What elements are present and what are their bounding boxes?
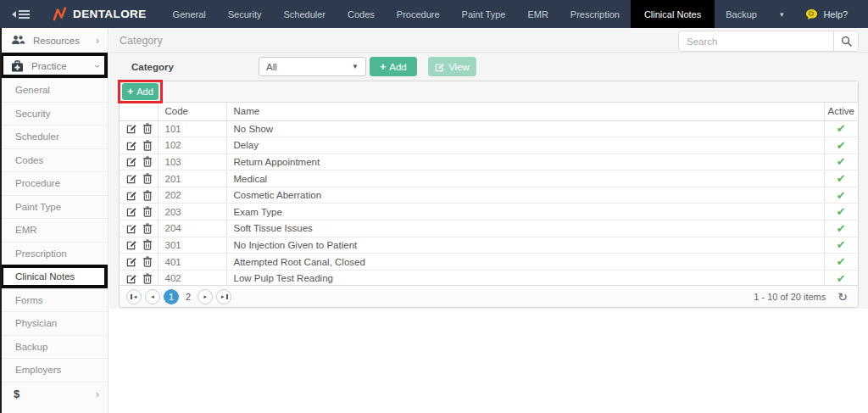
grid-add-label: Add — [136, 87, 153, 97]
row-actions — [120, 187, 158, 204]
pager-first-button[interactable]: ◄ — [126, 289, 142, 304]
cell-code: 301 — [158, 237, 226, 254]
nav-more-dropdown[interactable]: ▾ — [768, 0, 796, 28]
sidebar-item-backup[interactable]: Backup — [0, 336, 108, 360]
pager-last-button[interactable]: ► — [216, 289, 231, 304]
edit-button[interactable] — [126, 190, 137, 201]
sidebar: Resources › Practice › General Security … — [0, 28, 108, 413]
active-check-icon: ✔ — [837, 189, 846, 202]
trash-icon — [142, 190, 153, 201]
delete-button[interactable] — [142, 239, 153, 250]
edit-icon — [435, 62, 445, 72]
delete-button[interactable] — [142, 206, 153, 217]
sidebar-item-paint-type[interactable]: Paint Type — [0, 196, 108, 220]
pager-prev-button[interactable]: ◄ — [145, 289, 160, 304]
cell-active: ✔ — [824, 137, 858, 154]
category-select[interactable]: All ▼ — [259, 57, 366, 76]
row-actions — [120, 254, 158, 271]
sidebar-item-physician[interactable]: Physician — [0, 312, 108, 336]
sidebar-item-prescription[interactable]: Prescription — [0, 243, 108, 266]
cell-active: ✔ — [824, 254, 858, 271]
delete-button[interactable] — [142, 223, 153, 234]
delete-button[interactable] — [142, 273, 153, 284]
sidebar-group-resources[interactable]: Resources › — [0, 28, 108, 53]
nav-procedure[interactable]: Procedure — [386, 0, 451, 28]
edit-button[interactable] — [126, 140, 137, 151]
refresh-icon[interactable]: ↻ — [837, 290, 848, 304]
help-button[interactable]: Help? — [795, 0, 858, 28]
pager-info: 1 - 10 of 20 items — [754, 292, 826, 302]
sidebar-group-practice[interactable]: Practice › — [0, 53, 108, 79]
pager-next-button[interactable]: ► — [198, 289, 213, 304]
sidebar-item-employers[interactable]: Employers — [0, 359, 108, 382]
edit-button[interactable] — [126, 256, 137, 267]
edit-button[interactable] — [126, 123, 137, 134]
edit-button[interactable] — [126, 173, 137, 184]
table-row: 401Attempted Root Canal, Closed✔ — [120, 254, 858, 271]
brand[interactable]: DENTALORE — [42, 0, 162, 28]
nav-clinical-notes[interactable]: Clinical Notes — [631, 0, 715, 28]
delete-button[interactable] — [142, 156, 153, 167]
table-row: 301No Injection Given to Patient✔ — [120, 237, 858, 254]
nav-prescription[interactable]: Prescription — [559, 0, 631, 28]
sidebar-item-security[interactable]: Security — [0, 103, 108, 126]
nav-general[interactable]: General — [162, 0, 217, 28]
row-actions — [120, 220, 158, 237]
cell-active: ✔ — [824, 204, 858, 220]
edit-button[interactable] — [126, 273, 137, 284]
edit-button[interactable] — [126, 156, 137, 167]
dokki-button[interactable]: Dokki — [858, 0, 868, 28]
table-header-row: Code Name Active — [120, 103, 858, 120]
row-actions — [120, 270, 158, 287]
edit-button[interactable] — [126, 223, 137, 234]
cell-name: Attempted Root Canal, Closed — [226, 254, 824, 271]
cell-code: 202 — [158, 187, 226, 204]
pager-page-1[interactable]: 1 — [164, 289, 179, 304]
nav-emr[interactable]: EMR — [516, 0, 559, 28]
delete-button[interactable] — [142, 256, 153, 267]
nav-backup[interactable]: Backup — [715, 0, 768, 28]
cell-name: Soft Tissue Issues — [226, 220, 824, 237]
nav-paint-type[interactable]: Paint Type — [451, 0, 517, 28]
grid-add-button[interactable]: + Add — [122, 83, 159, 100]
search-button[interactable] — [833, 31, 858, 51]
nav-security[interactable]: Security — [217, 0, 273, 28]
sidebar-item-general[interactable]: General — [0, 79, 108, 103]
sidebar-collapse-button[interactable] — [0, 0, 42, 28]
sidebar-item-codes[interactable]: Codes — [0, 149, 108, 173]
cell-code: 102 — [158, 137, 226, 154]
category-add-button[interactable]: + Add — [370, 57, 417, 76]
sidebar-item-clinical-notes[interactable]: Clinical Notes — [0, 265, 108, 289]
delete-button[interactable] — [142, 190, 153, 201]
row-actions — [120, 170, 158, 187]
cell-name: No Show — [226, 120, 824, 137]
nav-scheduler[interactable]: Scheduler — [273, 0, 337, 28]
active-check-icon: ✔ — [837, 155, 846, 168]
edit-button[interactable] — [126, 206, 137, 217]
active-check-icon: ✔ — [837, 172, 846, 185]
edit-button[interactable] — [126, 239, 137, 250]
sidebar-item-forms[interactable]: Forms — [0, 289, 108, 313]
notes-table: Code Name Active 101No Show✔102Delay✔103… — [120, 103, 858, 287]
sidebar-item-scheduler[interactable]: Scheduler — [0, 126, 108, 149]
edit-icon — [126, 123, 137, 134]
top-nav: General Security Scheduler Codes Procedu… — [162, 0, 796, 28]
table-row: 402Low Pulp Test Reading✔ — [120, 270, 858, 287]
sidebar-group-accounting[interactable]: $ › — [0, 382, 108, 406]
delete-button[interactable] — [142, 140, 153, 151]
arrow-left-icon: ◄ — [133, 294, 138, 299]
main-content: Category Category All ▼ + Add View + — [109, 28, 868, 413]
cell-code: 401 — [158, 254, 226, 271]
sidebar-item-emr[interactable]: EMR — [0, 219, 108, 243]
dentalore-logo-icon — [53, 7, 67, 21]
nav-codes[interactable]: Codes — [337, 0, 386, 28]
search-input[interactable] — [679, 31, 833, 51]
delete-button[interactable] — [142, 173, 153, 184]
sidebar-item-procedure[interactable]: Procedure — [0, 172, 108, 196]
category-view-button[interactable]: View — [428, 57, 476, 76]
pager-page-2[interactable]: 2 — [186, 292, 191, 302]
delete-button[interactable] — [142, 123, 153, 134]
chevron-down-icon: ▼ — [352, 63, 359, 70]
edit-icon — [126, 140, 137, 151]
topbar: DENTALORE General Security Scheduler Cod… — [0, 0, 868, 28]
